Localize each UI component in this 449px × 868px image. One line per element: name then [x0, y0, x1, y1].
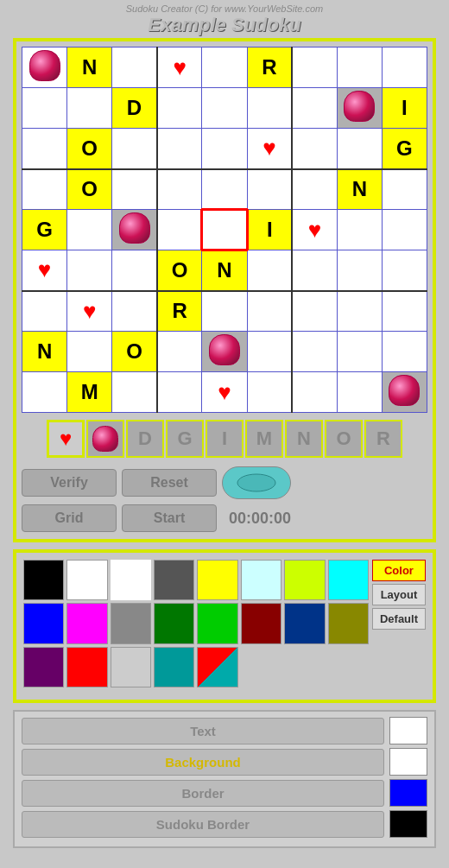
- grid-cell[interactable]: ♥: [22, 250, 67, 291]
- color-swatch[interactable]: [66, 647, 107, 687]
- grid-cell[interactable]: R: [157, 291, 202, 332]
- grid-cell[interactable]: [112, 210, 157, 250]
- grid-cell[interactable]: [157, 169, 202, 210]
- grid-cell[interactable]: N: [202, 250, 247, 291]
- symbol-cell[interactable]: R: [364, 420, 402, 458]
- grid-cell[interactable]: [157, 129, 202, 169]
- grid-cell[interactable]: M: [67, 372, 112, 413]
- grid-cell[interactable]: [67, 250, 112, 291]
- grid-cell[interactable]: ♥: [292, 210, 337, 250]
- color-swatch[interactable]: [328, 560, 369, 600]
- grid-cell[interactable]: [112, 250, 157, 291]
- color-swatch[interactable]: [66, 603, 107, 643]
- grid-cell[interactable]: [202, 129, 247, 169]
- grid-cell[interactable]: N: [67, 48, 112, 88]
- color-swatch[interactable]: [284, 560, 325, 600]
- symbol-cell[interactable]: M: [245, 420, 283, 458]
- grid-cell[interactable]: [337, 129, 382, 169]
- default-button[interactable]: Default: [372, 608, 426, 630]
- grid-cell[interactable]: [382, 48, 427, 88]
- grid-cell[interactable]: [22, 129, 67, 169]
- grid-cell[interactable]: [157, 88, 202, 129]
- color-swatch[interactable]: [284, 603, 325, 643]
- color-swatch[interactable]: [111, 647, 151, 687]
- setting-label[interactable]: Sudoku Border: [22, 811, 384, 838]
- grid-cell[interactable]: [382, 332, 427, 372]
- grid-cell[interactable]: [382, 250, 427, 291]
- grid-cell[interactable]: [247, 169, 292, 210]
- symbol-cell[interactable]: I: [206, 420, 243, 458]
- grid-cell[interactable]: [292, 291, 337, 332]
- grid-cell[interactable]: [22, 169, 67, 210]
- color-swatch[interactable]: [111, 560, 151, 600]
- grid-cell[interactable]: [157, 332, 202, 372]
- color-swatch[interactable]: [154, 647, 194, 687]
- symbol-cell[interactable]: D: [126, 420, 164, 458]
- grid-cell[interactable]: [202, 88, 247, 129]
- setting-label[interactable]: Background: [22, 749, 384, 776]
- color-swatch[interactable]: [197, 647, 237, 687]
- symbol-cell[interactable]: N: [285, 420, 323, 458]
- symbol-cell[interactable]: O: [325, 420, 363, 458]
- grid-cell[interactable]: [112, 48, 157, 88]
- grid-cell[interactable]: R: [247, 48, 292, 88]
- grid-cell[interactable]: G: [382, 129, 427, 169]
- grid-cell[interactable]: O: [67, 129, 112, 169]
- grid-cell[interactable]: O: [112, 332, 157, 372]
- start-button[interactable]: Start: [122, 504, 217, 532]
- symbol-cell[interactable]: G: [166, 420, 204, 458]
- grid-cell[interactable]: [157, 210, 202, 250]
- grid-cell[interactable]: [337, 291, 382, 332]
- grid-button[interactable]: Grid: [22, 504, 117, 532]
- grid-cell[interactable]: [112, 291, 157, 332]
- grid-cell[interactable]: [337, 88, 382, 129]
- grid-cell[interactable]: ♥: [67, 291, 112, 332]
- grid-cell[interactable]: [247, 372, 292, 413]
- grid-cell[interactable]: ♥: [157, 48, 202, 88]
- grid-cell[interactable]: [202, 48, 247, 88]
- grid-cell[interactable]: [247, 250, 292, 291]
- grid-cell[interactable]: [292, 88, 337, 129]
- color-swatch[interactable]: [111, 603, 151, 643]
- symbol-cell[interactable]: [86, 420, 124, 458]
- color-swatch[interactable]: [328, 603, 369, 643]
- grid-cell[interactable]: ♥: [202, 372, 247, 413]
- oval-button[interactable]: [222, 466, 291, 499]
- grid-cell[interactable]: [337, 332, 382, 372]
- layout-button[interactable]: Layout: [372, 584, 426, 605]
- color-swatch[interactable]: [197, 560, 237, 600]
- grid-cell[interactable]: D: [112, 88, 157, 129]
- setting-color-box[interactable]: [389, 779, 427, 807]
- grid-cell[interactable]: [112, 169, 157, 210]
- verify-button[interactable]: Verify: [22, 469, 117, 497]
- grid-cell[interactable]: [22, 291, 67, 332]
- grid-cell[interactable]: [247, 88, 292, 129]
- color-swatch[interactable]: [154, 603, 194, 643]
- grid-cell[interactable]: O: [157, 250, 202, 291]
- color-swatch[interactable]: [154, 560, 194, 600]
- grid-cell[interactable]: [112, 372, 157, 413]
- grid-cell[interactable]: N: [337, 169, 382, 210]
- setting-label[interactable]: Border: [22, 780, 384, 807]
- grid-cell[interactable]: [337, 210, 382, 250]
- grid-cell[interactable]: [202, 332, 247, 372]
- color-swatch[interactable]: [23, 603, 64, 643]
- grid-cell[interactable]: [292, 169, 337, 210]
- grid-cell[interactable]: [382, 372, 427, 413]
- color-swatch[interactable]: [23, 647, 64, 687]
- grid-cell[interactable]: [292, 332, 337, 372]
- grid-cell[interactable]: [157, 372, 202, 413]
- setting-color-box[interactable]: [389, 810, 427, 838]
- grid-cell[interactable]: [67, 210, 112, 250]
- grid-cell[interactable]: [247, 291, 292, 332]
- grid-cell[interactable]: [382, 169, 427, 210]
- grid-cell[interactable]: [292, 48, 337, 88]
- color-swatch[interactable]: [66, 560, 107, 600]
- color-swatch[interactable]: [197, 603, 237, 643]
- setting-color-box[interactable]: [389, 748, 427, 776]
- grid-cell[interactable]: [337, 372, 382, 413]
- grid-cell[interactable]: [292, 129, 337, 169]
- grid-cell[interactable]: [22, 88, 67, 129]
- grid-cell[interactable]: [382, 210, 427, 250]
- grid-cell[interactable]: I: [382, 88, 427, 129]
